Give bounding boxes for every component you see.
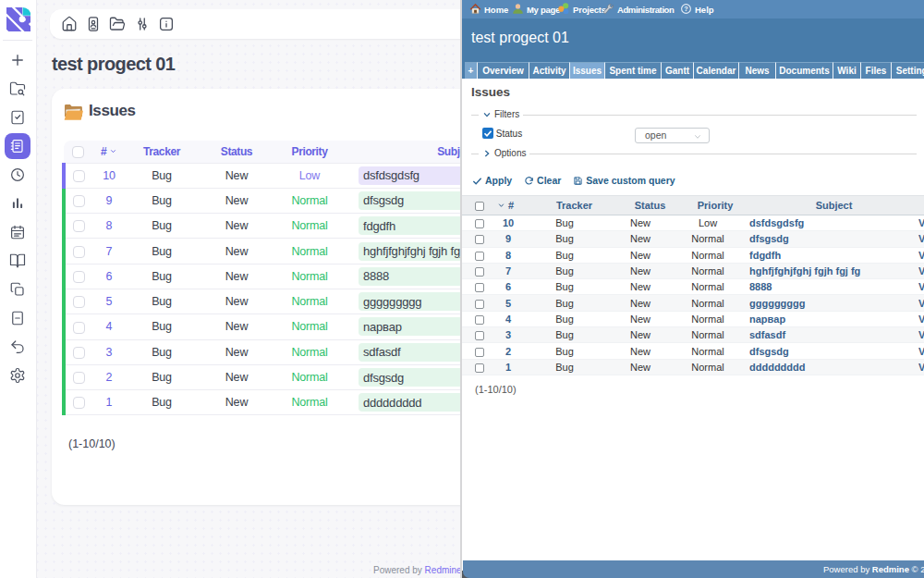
svg-text:?: ? (684, 5, 688, 13)
